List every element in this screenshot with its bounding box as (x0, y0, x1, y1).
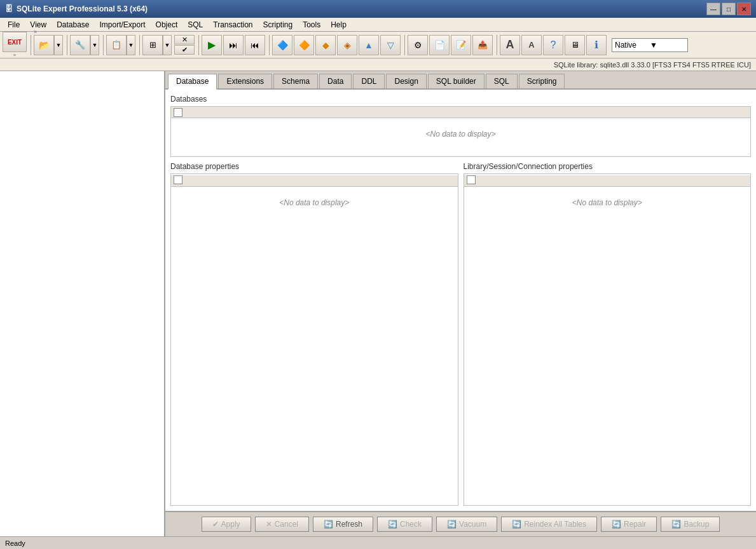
tab-sql[interactable]: SQL (486, 74, 518, 88)
delete-button[interactable]: ✕ (174, 35, 195, 44)
backup-button[interactable]: 🔄 Backup (661, 517, 720, 532)
edit-button[interactable]: 📝 (451, 35, 471, 55)
copy-button[interactable]: 📋 (106, 35, 127, 55)
sqlite-library-info: SQLite library: sqlite3.dll 3.33.0 [FTS3… (554, 61, 751, 69)
exit-button[interactable]: EXIT (3, 32, 27, 52)
menu-sql[interactable]: SQL (182, 19, 208, 30)
native-dropdown[interactable]: Native ▼ (612, 38, 688, 52)
apply-icon: ✔ (212, 520, 219, 529)
lib-props-grid-header (464, 175, 751, 187)
repair-label: Repair (624, 520, 646, 529)
object-button[interactable]: 🔧 (70, 35, 90, 55)
app-title: SQLite Expert Professional 5.3 (x64) (17, 4, 148, 13)
lib-props-panel: Library/Session/Connection properties <N… (464, 162, 752, 506)
separator-2 (67, 35, 67, 55)
copy-arrow[interactable]: ▼ (127, 35, 135, 55)
refresh-icon: 🔄 (324, 520, 333, 529)
object-arrow[interactable]: ▼ (90, 35, 99, 55)
separator-5 (198, 35, 199, 55)
vacuum-button[interactable]: 🔄 Vacuum (436, 517, 497, 532)
separator-7 (404, 35, 405, 55)
tab-scripting[interactable]: Scripting (519, 74, 565, 88)
native-dropdown-label: Native (615, 41, 650, 50)
db-props-select-all[interactable] (174, 175, 182, 184)
doc-button[interactable]: 📄 (429, 35, 450, 55)
close-button[interactable]: ✕ (737, 3, 751, 15)
minimize-button[interactable]: — (706, 3, 720, 15)
prev-button[interactable]: ⏮ (245, 35, 265, 55)
toolbar-group-exit: EXIT » (3, 32, 27, 58)
open-db-button[interactable]: 📂 (34, 35, 54, 55)
vacuum-label: Vacuum (459, 520, 486, 529)
menu-database[interactable]: Database (52, 19, 94, 30)
tab-ddl[interactable]: DDL (353, 74, 385, 88)
font-large-button[interactable]: A (500, 35, 520, 55)
right-panel: Database Extensions Schema Data DDL Desi… (165, 71, 756, 536)
reindex-icon: 🔄 (512, 520, 521, 529)
lib-props-select-all[interactable] (467, 175, 476, 184)
menu-help[interactable]: Help (326, 19, 352, 30)
shape-btn-4[interactable]: ◈ (337, 35, 357, 55)
font-small-button[interactable]: A (521, 35, 542, 55)
help-button[interactable]: ? (543, 35, 563, 55)
tab-design[interactable]: Design (386, 74, 426, 88)
menu-import-export[interactable]: Import/Export (95, 19, 151, 30)
repair-button[interactable]: 🔄 Repair (601, 517, 657, 532)
cancel-button[interactable]: ✕ Cancel (255, 517, 309, 532)
db-props-no-data: <No data to display> (171, 187, 458, 219)
db-props-grid-header (171, 175, 458, 187)
run-button[interactable]: ▶ (202, 35, 222, 55)
maximize-button[interactable]: □ (722, 3, 736, 15)
screen-button[interactable]: 🖥 (565, 35, 585, 55)
menu-view[interactable]: View (25, 19, 52, 30)
info-button[interactable]: ℹ (586, 35, 607, 55)
check-action-label: Check (400, 520, 422, 529)
databases-label: Databases (170, 95, 751, 104)
tab-extensions[interactable]: Extensions (218, 74, 272, 88)
shape-btn-6[interactable]: ▽ (380, 35, 401, 55)
lib-props-label: Library/Session/Connection properties (464, 162, 752, 171)
tab-schema[interactable]: Schema (273, 74, 318, 88)
reindex-button[interactable]: 🔄 Reindex All Tables (501, 517, 597, 532)
lib-props-no-data: <No data to display> (464, 187, 751, 219)
sqlite-info-bar: SQLite library: sqlite3.dll 3.33.0 [FTS3… (0, 58, 756, 71)
toolbar-group-settings: ⚙ 📄 📝 📤 (408, 35, 493, 55)
tab-sql-builder[interactable]: SQL builder (428, 74, 485, 88)
shape-btn-2[interactable]: 🔶 (294, 35, 314, 55)
tab-data[interactable]: Data (319, 74, 352, 88)
menu-tools[interactable]: Tools (298, 19, 326, 30)
grid-button[interactable]: ⊞ (142, 35, 163, 55)
properties-section: Database properties <No data to display>… (170, 162, 751, 506)
refresh-button[interactable]: 🔄 Refresh (313, 517, 373, 532)
check-action-button[interactable]: 🔄 Check (377, 517, 432, 532)
databases-select-all[interactable] (174, 108, 182, 117)
databases-grid: <No data to display> (170, 106, 751, 157)
menu-transaction[interactable]: Transaction (208, 19, 258, 30)
menu-file[interactable]: File (3, 19, 25, 30)
action-bar: ✔ Apply ✕ Cancel 🔄 Refresh 🔄 Check 🔄 Vac… (165, 511, 756, 536)
menu-object[interactable]: Object (151, 19, 183, 30)
menu-scripting[interactable]: Scripting (258, 19, 298, 30)
apply-label: Apply (221, 520, 240, 529)
status-text: Ready (5, 539, 25, 547)
open-db-arrow[interactable]: ▼ (54, 35, 63, 55)
shape-btn-5[interactable]: ▲ (359, 35, 379, 55)
shape-btn-3[interactable]: ◆ (315, 35, 336, 55)
apply-button[interactable]: ✔ Apply (202, 517, 251, 532)
title-bar-controls[interactable]: — □ ✕ (706, 3, 751, 15)
toolbar-group-copy: 📋 ▼ (106, 35, 135, 55)
cancel-icon: ✕ (266, 520, 272, 529)
status-bar: Ready (0, 536, 756, 549)
menu-bar: File View Database Import/Export Object … (0, 18, 756, 32)
db-props-label: Database properties (170, 162, 458, 171)
export-button[interactable]: 📤 (472, 35, 493, 55)
grid-arrow[interactable]: ▼ (163, 35, 172, 55)
next-button[interactable]: ⏭ (223, 35, 244, 55)
check-button[interactable]: ✔ (174, 45, 195, 55)
reindex-label: Reindex All Tables (524, 520, 586, 529)
shape-btn-1[interactable]: 🔷 (272, 35, 292, 55)
databases-section: Databases <No data to display> (170, 95, 751, 157)
settings-button[interactable]: ⚙ (408, 35, 428, 55)
toolbar-group-grid: ⊞ ▼ (142, 35, 172, 55)
tab-database[interactable]: Database (168, 74, 217, 90)
